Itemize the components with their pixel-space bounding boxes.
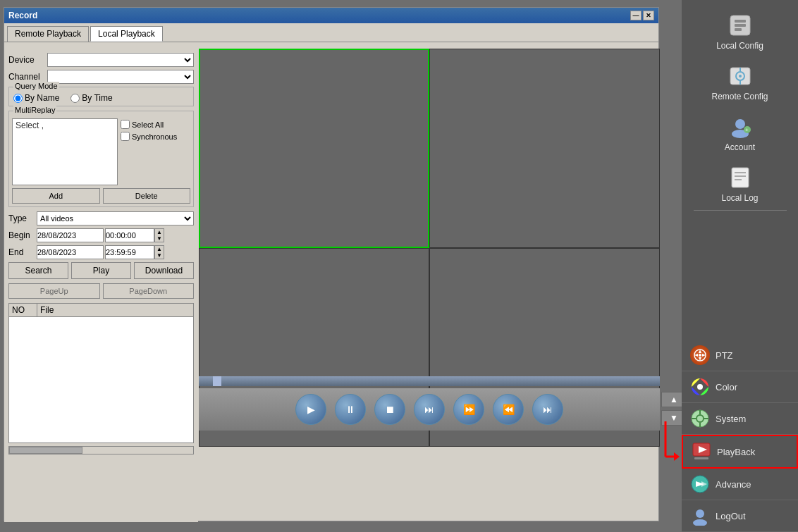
add-button[interactable]: Add xyxy=(12,188,100,204)
logout-label: LogOut xyxy=(716,511,746,521)
begin-date-input[interactable] xyxy=(37,228,104,242)
remote-config-label: Remote Config xyxy=(711,92,768,101)
scroll-thumb[interactable] xyxy=(9,447,82,454)
radio-by-time[interactable]: By Time xyxy=(70,93,112,103)
color-label: Color xyxy=(716,382,737,392)
video-panel xyxy=(199,49,660,447)
sidebar-item-account[interactable]: + Account xyxy=(682,107,798,158)
query-mode-group: Query Mode By Name By Time xyxy=(8,87,194,106)
device-row: Device xyxy=(8,53,194,67)
svg-rect-1 xyxy=(735,20,746,23)
end-time-input[interactable] xyxy=(105,245,154,259)
page-down-button[interactable]: PageDown xyxy=(103,283,195,299)
advance-label: Advance xyxy=(716,479,751,490)
begin-label: Begin xyxy=(8,230,37,240)
col-file-header: File xyxy=(37,304,193,316)
right-sidebar: Local Config Remote Config + Account xyxy=(682,0,798,532)
multi-replay-list: Select , xyxy=(12,118,118,185)
delete-button[interactable]: Delete xyxy=(103,188,191,204)
end-row: End ▲▼ xyxy=(8,245,194,259)
logout-icon xyxy=(690,506,710,526)
tabs-bar: Remote Playback Local Playback xyxy=(4,23,658,42)
begin-row: Begin ▲▼ xyxy=(8,228,194,242)
page-buttons: PageUp PageDown xyxy=(8,283,194,299)
tab-local-playback[interactable]: Local Playback xyxy=(90,26,163,42)
sidebar-item-color[interactable]: Color xyxy=(682,371,798,403)
query-mode-legend: Query Mode xyxy=(13,82,59,90)
local-log-icon xyxy=(726,163,754,192)
channel-label: Channel xyxy=(8,72,47,82)
local-config-label: Local Config xyxy=(716,41,763,51)
window-title: Record xyxy=(8,11,37,20)
advance-icon xyxy=(690,474,710,494)
close-button[interactable]: ✕ xyxy=(643,11,654,20)
remote-config-icon xyxy=(726,62,754,90)
search-button[interactable]: Search xyxy=(8,262,68,279)
stop-ctrl-button[interactable]: ⏹ xyxy=(374,394,405,425)
svg-text:+: + xyxy=(745,127,749,133)
minimize-button[interactable]: — xyxy=(630,11,642,20)
sidebar-item-advance[interactable]: Advance xyxy=(682,469,798,500)
sidebar-item-local-log[interactable]: Local Log xyxy=(682,158,798,209)
sidebar-item-ptz[interactable]: PTZ xyxy=(682,340,798,371)
sidebar-item-system[interactable]: System xyxy=(682,403,798,435)
synchronous-option[interactable]: Synchronous xyxy=(121,132,177,141)
device-label: Device xyxy=(8,55,47,65)
window-titlebar: Record — ✕ xyxy=(4,8,658,23)
type-row: Type All videos xyxy=(8,211,194,225)
svg-point-24 xyxy=(697,384,703,390)
pause-ctrl-button[interactable]: ⏸ xyxy=(335,394,366,425)
download-button[interactable]: Download xyxy=(134,262,194,279)
select-all-option[interactable]: Select All xyxy=(121,120,177,129)
video-cell-2[interactable] xyxy=(429,49,660,248)
window-controls: — ✕ xyxy=(630,11,654,20)
multi-replay-options: Select All Synchronous xyxy=(121,118,177,185)
sidebar-item-playback[interactable]: PlayBack xyxy=(682,435,798,469)
svg-marker-42 xyxy=(674,452,680,461)
page-up-button[interactable]: PageUp xyxy=(8,283,100,299)
play-button[interactable]: Play xyxy=(71,262,131,279)
svg-rect-14 xyxy=(735,172,746,173)
sidebar-bottom-section: PTZ Color xyxy=(682,340,798,532)
end-spin-button[interactable]: ▲▼ xyxy=(154,245,164,259)
type-label: Type xyxy=(8,214,37,223)
next-frame-button[interactable]: ⏭ xyxy=(414,394,445,425)
svg-rect-3 xyxy=(735,28,742,31)
horizontal-scrollbar[interactable] xyxy=(8,446,194,454)
radio-by-name[interactable]: By Name xyxy=(13,93,59,103)
svg-rect-16 xyxy=(735,179,742,180)
local-log-label: Local Log xyxy=(721,193,758,203)
video-cell-1[interactable] xyxy=(199,49,429,248)
svg-point-39 xyxy=(693,519,707,526)
begin-spin-button[interactable]: ▲▼ xyxy=(154,228,164,242)
channel-select[interactable] xyxy=(47,70,194,84)
timeline-thumb[interactable] xyxy=(213,376,221,386)
type-select[interactable]: All videos xyxy=(37,211,194,225)
multi-replay-legend: MultiReplay xyxy=(13,106,56,114)
tab-remote-playback[interactable]: Remote Playback xyxy=(7,26,89,42)
system-label: System xyxy=(716,414,746,424)
gear-icon xyxy=(726,11,754,39)
svg-point-6 xyxy=(739,75,742,78)
sidebar-item-logout[interactable]: LogOut xyxy=(682,500,798,532)
left-panel: Device Channel Query Mode By Name By Tim… xyxy=(4,49,198,522)
begin-time-input[interactable] xyxy=(105,228,154,242)
fast-forward-button[interactable]: ⏩ xyxy=(453,394,484,425)
sidebar-item-local-config[interactable]: Local Config xyxy=(682,6,798,56)
sidebar-item-remote-config[interactable]: Remote Config xyxy=(682,56,798,107)
multi-replay-buttons: Add Delete xyxy=(12,188,190,204)
timeline-bar[interactable] xyxy=(199,376,660,386)
skip-end-button[interactable]: ⏭ xyxy=(532,394,563,425)
file-list-header: NO File xyxy=(8,303,194,316)
playback-controls: ▶ ⏸ ⏹ ⏭ ⏩ ⏪ ⏭ xyxy=(199,388,660,431)
play-ctrl-button[interactable]: ▶ xyxy=(295,394,326,425)
end-date-input[interactable] xyxy=(37,245,104,259)
svg-point-22 xyxy=(699,354,701,357)
rewind-button[interactable]: ⏪ xyxy=(493,394,524,425)
svg-rect-34 xyxy=(694,457,708,459)
record-window: Record — ✕ Remote Playback Local Playbac… xyxy=(4,7,659,521)
multi-replay-group: MultiReplay Select , Select All Synchron… xyxy=(8,111,194,207)
device-select[interactable] xyxy=(47,53,194,67)
svg-point-38 xyxy=(696,509,704,518)
ptz-label: PTZ xyxy=(716,350,733,361)
